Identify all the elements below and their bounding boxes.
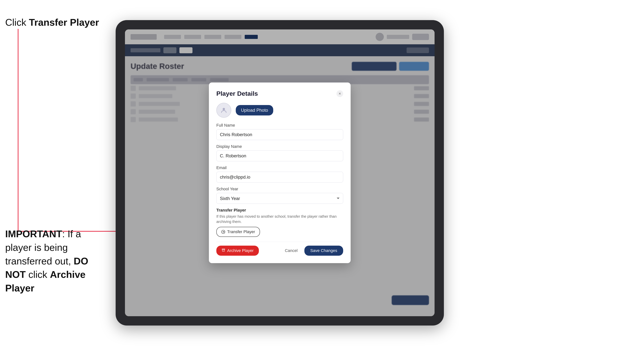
save-changes-button[interactable]: Save Changes: [304, 246, 343, 256]
svg-rect-2: [222, 249, 225, 249]
instruction-prefix: Click: [5, 17, 29, 28]
modal-footer: Archive Player Cancel Save Changes: [216, 242, 343, 256]
display-name-label: Display Name: [216, 144, 343, 149]
modal-header: Player Details ×: [216, 90, 343, 97]
arrow-vertical-line: [18, 29, 18, 232]
school-year-group: School Year First Year Second Year Third…: [216, 186, 343, 204]
instruction-important: IMPORTANT: [5, 228, 62, 239]
instruction-top: Click Transfer Player: [5, 17, 99, 28]
transfer-icon: [221, 230, 225, 234]
instruction-rest2: click: [26, 269, 50, 280]
display-name-group: Display Name: [216, 144, 343, 161]
full-name-input[interactable]: [216, 129, 343, 140]
svg-point-0: [223, 108, 225, 110]
full-name-group: Full Name: [216, 123, 343, 140]
instruction-bold: Transfer Player: [29, 17, 99, 28]
cancel-button[interactable]: Cancel: [281, 246, 301, 256]
email-input[interactable]: [216, 172, 343, 182]
transfer-button-label: Transfer Player: [227, 229, 255, 234]
archive-button-label: Archive Player: [227, 248, 254, 253]
transfer-player-button[interactable]: Transfer Player: [216, 227, 260, 237]
modal-title: Player Details: [216, 90, 258, 97]
upload-photo-button[interactable]: Upload Photo: [236, 105, 273, 115]
modal-overlay: Player Details × Upload Photo Full N: [125, 29, 434, 316]
tablet-screen: Update Roster: [125, 29, 434, 316]
tablet-device: Update Roster: [116, 20, 444, 326]
school-year-select[interactable]: First Year Second Year Third Year Fourth…: [216, 193, 343, 204]
instruction-bottom: IMPORTANT: If a player is being transfer…: [5, 227, 110, 295]
archive-icon: [222, 248, 225, 253]
modal-close-button[interactable]: ×: [336, 90, 343, 97]
transfer-label: Transfer Player: [216, 208, 343, 213]
school-year-label: School Year: [216, 186, 343, 191]
player-details-modal: Player Details × Upload Photo Full N: [209, 82, 351, 263]
transfer-player-section: Transfer Player If this player has moved…: [216, 208, 343, 237]
email-group: Email: [216, 165, 343, 182]
photo-upload-section: Upload Photo: [216, 103, 343, 118]
display-name-input[interactable]: [216, 151, 343, 161]
full-name-label: Full Name: [216, 123, 343, 128]
avatar-placeholder: [216, 103, 231, 118]
transfer-desc: If this player has moved to another scho…: [216, 214, 343, 224]
archive-player-button[interactable]: Archive Player: [216, 246, 259, 256]
email-label: Email: [216, 165, 343, 170]
